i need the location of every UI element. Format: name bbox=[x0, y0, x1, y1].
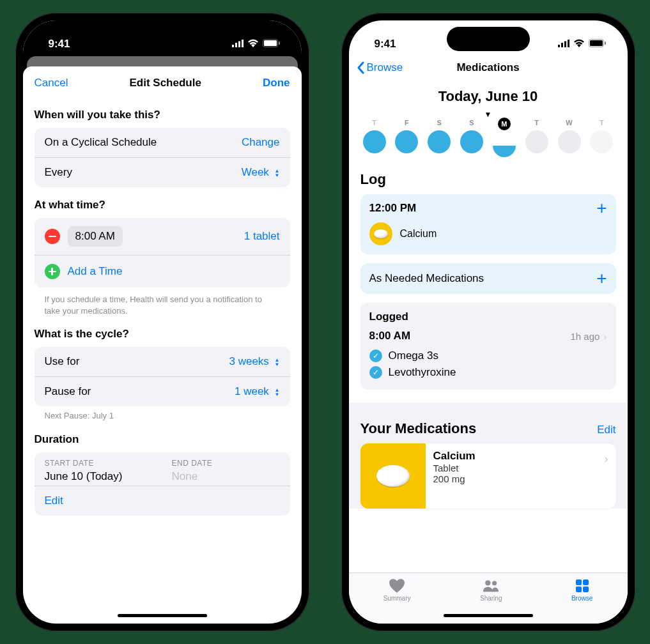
log-med-name: Calcium bbox=[400, 228, 437, 240]
start-date-value: June 10 (Today) bbox=[45, 470, 153, 483]
remove-time-button[interactable] bbox=[45, 229, 60, 244]
day-column[interactable]: S bbox=[425, 119, 453, 157]
add-time-icon bbox=[45, 264, 60, 279]
tab-browse[interactable]: Browse bbox=[571, 578, 592, 602]
wifi-icon bbox=[247, 38, 259, 50]
add-log-button[interactable]: + bbox=[596, 202, 607, 215]
day-column[interactable]: S bbox=[458, 119, 486, 157]
day-letter: F bbox=[405, 119, 409, 126]
med-pill-icon bbox=[369, 222, 392, 245]
use-for-value-picker[interactable]: 3 weeks ▲▼ bbox=[229, 355, 279, 368]
svg-rect-16 bbox=[576, 579, 582, 585]
edit-schedule-sheet: Cancel Edit Schedule Done When will you … bbox=[23, 66, 302, 624]
svg-rect-12 bbox=[590, 40, 603, 46]
section-when-title: When will you take this? bbox=[35, 109, 290, 121]
day-column[interactable]: T bbox=[360, 119, 389, 157]
day-status-dot bbox=[493, 134, 516, 157]
time-footnote: If you schedule a time, Health will send… bbox=[35, 288, 290, 316]
logged-item-name: Omega 3s bbox=[389, 349, 438, 362]
dynamic-island bbox=[121, 27, 204, 51]
wifi-icon bbox=[573, 38, 585, 50]
logged-item[interactable]: ✓Omega 3s bbox=[369, 348, 607, 364]
day-letter: S bbox=[469, 119, 474, 126]
logged-time: 8:00 AM bbox=[369, 330, 411, 342]
home-indicator[interactable] bbox=[118, 614, 207, 617]
logged-card[interactable]: Logged 8:00 AM 1h ago › ✓Omega 3s✓Levoth… bbox=[360, 303, 616, 390]
svg-rect-0 bbox=[232, 45, 234, 47]
selected-day-arrow-icon: ▼ bbox=[349, 110, 628, 119]
ym-name: Calcium bbox=[433, 450, 608, 463]
tab-label: Summary bbox=[383, 595, 411, 602]
svg-point-15 bbox=[492, 581, 497, 585]
day-column[interactable]: T bbox=[587, 119, 615, 157]
log-card[interactable]: 12:00 PM + Calcium bbox=[360, 194, 616, 254]
dose-picker[interactable]: 1 tablet bbox=[244, 230, 280, 243]
schedule-type-label: On a Cyclical Schedule bbox=[45, 136, 157, 149]
section-duration-title: Duration bbox=[35, 433, 290, 446]
home-indicator[interactable] bbox=[444, 614, 533, 617]
as-needed-card[interactable]: As Needed Medications + bbox=[360, 263, 616, 294]
phone-edit-schedule: 9:41 Cancel Edit Schedule Done bbox=[15, 13, 309, 631]
check-icon: ✓ bbox=[369, 349, 382, 362]
battery-icon bbox=[263, 38, 280, 50]
tab-sharing[interactable]: Sharing bbox=[480, 578, 502, 602]
day-letter: W bbox=[566, 119, 572, 126]
change-schedule-button[interactable]: Change bbox=[242, 136, 280, 149]
tab-summary[interactable]: Summary bbox=[383, 578, 411, 602]
time-picker[interactable]: 8:00 AM bbox=[68, 226, 123, 247]
nav-title: Medications bbox=[349, 61, 628, 74]
log-med-row[interactable]: Calcium bbox=[360, 218, 616, 254]
status-icons bbox=[232, 38, 280, 50]
schedule-type-row[interactable]: On a Cyclical Schedule Change bbox=[35, 128, 290, 157]
status-icons bbox=[558, 38, 606, 50]
add-as-needed-button[interactable]: + bbox=[596, 272, 607, 285]
day-letter: T bbox=[534, 119, 539, 126]
cancel-button[interactable]: Cancel bbox=[35, 77, 68, 89]
logged-item[interactable]: ✓Levothyroxine bbox=[369, 364, 607, 381]
svg-rect-18 bbox=[576, 586, 582, 592]
done-button[interactable]: Done bbox=[263, 77, 290, 89]
duration-edit-row[interactable]: Edit bbox=[35, 486, 290, 516]
day-status-dot bbox=[590, 130, 613, 153]
your-meds-heading: Your Medications bbox=[360, 420, 477, 437]
day-column[interactable]: M bbox=[490, 119, 518, 157]
tab-label: Browse bbox=[571, 595, 592, 602]
log-heading: Log bbox=[360, 171, 616, 188]
battery-icon bbox=[589, 38, 606, 50]
day-letter-selected: M bbox=[498, 118, 511, 130]
pause-for-value-picker[interactable]: 1 week ▲▼ bbox=[235, 385, 280, 398]
svg-rect-9 bbox=[564, 42, 566, 48]
day-column[interactable]: T bbox=[523, 119, 551, 157]
week-selector[interactable]: TFSSMTWT bbox=[349, 119, 628, 157]
heart-icon bbox=[389, 578, 405, 594]
svg-rect-5 bbox=[264, 40, 277, 46]
phone-medications: 9:41 Browse Medications Today, Jun bbox=[341, 13, 635, 631]
day-letter: T bbox=[372, 119, 376, 126]
svg-rect-6 bbox=[279, 42, 280, 45]
your-meds-edit-button[interactable]: Edit bbox=[597, 424, 615, 436]
logged-ago[interactable]: 1h ago › bbox=[570, 331, 607, 342]
svg-rect-3 bbox=[242, 40, 244, 47]
day-column[interactable]: W bbox=[555, 119, 584, 157]
day-column[interactable]: F bbox=[392, 119, 421, 157]
svg-rect-13 bbox=[605, 42, 606, 45]
pause-for-row[interactable]: Pause for 1 week ▲▼ bbox=[35, 376, 290, 406]
your-med-card[interactable]: Calcium Tablet 200 mg › bbox=[360, 443, 616, 509]
chevron-right-icon: › bbox=[604, 331, 607, 342]
dynamic-island bbox=[447, 27, 530, 51]
ym-form: Tablet bbox=[433, 463, 608, 473]
start-date-label: START DATE bbox=[45, 459, 153, 468]
grid-icon bbox=[574, 578, 591, 594]
check-icon: ✓ bbox=[369, 366, 382, 379]
every-row[interactable]: Every Week ▲▼ bbox=[35, 157, 290, 187]
end-date-label: END DATE bbox=[172, 459, 280, 468]
every-value-picker[interactable]: Week ▲▼ bbox=[242, 166, 280, 179]
add-time-row[interactable]: Add a Time bbox=[35, 255, 290, 288]
duration-card: START DATE June 10 (Today) END DATE None… bbox=[35, 452, 290, 516]
duration-edit-button[interactable]: Edit bbox=[45, 494, 63, 507]
use-for-row[interactable]: Use for 3 weeks ▲▼ bbox=[35, 347, 290, 376]
time-card: 8:00 AM 1 tablet Add a Time bbox=[35, 218, 290, 288]
time-entry-row: 8:00 AM 1 tablet bbox=[35, 218, 290, 255]
next-pause-note: Next Pause: July 1 bbox=[35, 406, 290, 422]
sheet-navbar: Cancel Edit Schedule Done bbox=[23, 66, 302, 97]
